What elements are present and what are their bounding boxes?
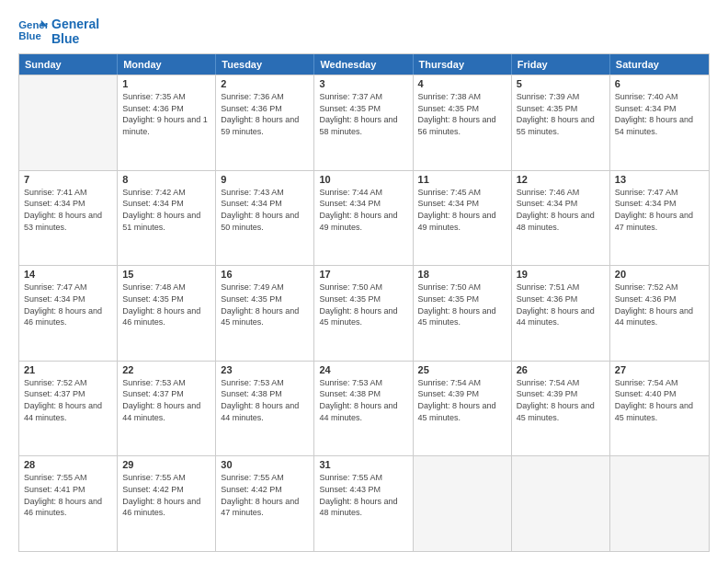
calendar-cell: 29Sunrise: 7:55 AMSunset: 4:42 PMDayligh… (118, 456, 216, 551)
calendar-header-cell: Tuesday (216, 54, 314, 75)
day-info: Sunrise: 7:47 AMSunset: 4:34 PMDaylight:… (615, 187, 704, 233)
calendar-row: 7Sunrise: 7:41 AMSunset: 4:34 PMDaylight… (19, 170, 709, 266)
day-info: Sunrise: 7:52 AMSunset: 4:37 PMDaylight:… (24, 377, 112, 423)
day-number: 11 (418, 174, 506, 185)
day-info: Sunrise: 7:53 AMSunset: 4:38 PMDaylight:… (319, 377, 407, 423)
day-info: Sunrise: 7:53 AMSunset: 4:38 PMDaylight:… (221, 377, 309, 423)
calendar: SundayMondayTuesdayWednesdayThursdayFrid… (18, 53, 710, 552)
calendar-header-cell: Thursday (414, 54, 512, 75)
day-info: Sunrise: 7:49 AMSunset: 4:35 PMDaylight:… (221, 282, 309, 327)
logo-text-general: General (51, 17, 99, 31)
day-number: 9 (221, 174, 309, 185)
day-info: Sunrise: 7:48 AMSunset: 4:35 PMDaylight:… (122, 282, 210, 327)
calendar-cell: 23Sunrise: 7:53 AMSunset: 4:38 PMDayligh… (216, 362, 314, 456)
calendar-cell: 10Sunrise: 7:44 AMSunset: 4:34 PMDayligh… (314, 171, 413, 266)
day-info: Sunrise: 7:55 AMSunset: 4:42 PMDaylight:… (221, 472, 309, 518)
day-number: 4 (418, 78, 506, 89)
day-number: 18 (418, 269, 506, 280)
day-number: 21 (24, 364, 112, 375)
day-number: 10 (319, 174, 407, 185)
calendar-cell: 21Sunrise: 7:52 AMSunset: 4:37 PMDayligh… (19, 362, 118, 456)
day-info: Sunrise: 7:54 AMSunset: 4:40 PMDaylight:… (615, 377, 704, 423)
day-number: 1 (122, 78, 210, 89)
calendar-header-cell: Saturday (610, 54, 709, 75)
logo-text-blue: Blue (51, 31, 99, 46)
calendar-cell: 7Sunrise: 7:41 AMSunset: 4:34 PMDaylight… (19, 171, 118, 266)
day-info: Sunrise: 7:55 AMSunset: 4:43 PMDaylight:… (319, 472, 407, 518)
day-info: Sunrise: 7:35 AMSunset: 4:36 PMDaylight:… (122, 91, 210, 137)
day-number: 26 (517, 364, 605, 375)
day-number: 6 (615, 78, 704, 89)
calendar-cell: 15Sunrise: 7:48 AMSunset: 4:35 PMDayligh… (118, 266, 216, 361)
day-number: 25 (418, 364, 506, 375)
logo: General Blue General Blue (18, 17, 99, 46)
day-info: Sunrise: 7:39 AMSunset: 4:35 PMDaylight:… (517, 91, 605, 137)
calendar-cell: 13Sunrise: 7:47 AMSunset: 4:34 PMDayligh… (610, 171, 709, 266)
calendar-cell: 25Sunrise: 7:54 AMSunset: 4:39 PMDayligh… (414, 362, 512, 456)
day-info: Sunrise: 7:54 AMSunset: 4:39 PMDaylight:… (517, 377, 605, 423)
calendar-header-cell: Monday (118, 54, 216, 75)
day-info: Sunrise: 7:50 AMSunset: 4:35 PMDaylight:… (418, 282, 506, 327)
header: General Blue General Blue (18, 17, 710, 46)
day-info: Sunrise: 7:52 AMSunset: 4:36 PMDaylight:… (615, 282, 704, 327)
day-info: Sunrise: 7:40 AMSunset: 4:34 PMDaylight:… (615, 91, 704, 137)
calendar-row: 28Sunrise: 7:55 AMSunset: 4:41 PMDayligh… (19, 455, 709, 551)
day-info: Sunrise: 7:42 AMSunset: 4:34 PMDaylight:… (122, 187, 210, 233)
day-number: 3 (319, 78, 407, 89)
calendar-cell: 18Sunrise: 7:50 AMSunset: 4:35 PMDayligh… (414, 266, 512, 361)
logo-icon: General Blue (18, 18, 48, 44)
calendar-cell: 2Sunrise: 7:36 AMSunset: 4:36 PMDaylight… (216, 75, 314, 170)
calendar-cell: 6Sunrise: 7:40 AMSunset: 4:34 PMDaylight… (610, 75, 709, 170)
calendar-cell: 14Sunrise: 7:47 AMSunset: 4:34 PMDayligh… (19, 266, 118, 361)
day-number: 24 (319, 364, 407, 375)
calendar-body: 1Sunrise: 7:35 AMSunset: 4:36 PMDaylight… (19, 75, 709, 551)
day-info: Sunrise: 7:41 AMSunset: 4:34 PMDaylight:… (24, 187, 112, 233)
day-info: Sunrise: 7:43 AMSunset: 4:34 PMDaylight:… (221, 187, 309, 233)
calendar-cell: 1Sunrise: 7:35 AMSunset: 4:36 PMDaylight… (118, 75, 216, 170)
day-number: 27 (615, 364, 704, 375)
day-number: 22 (122, 364, 210, 375)
calendar-cell: 9Sunrise: 7:43 AMSunset: 4:34 PMDaylight… (216, 171, 314, 266)
day-info: Sunrise: 7:54 AMSunset: 4:39 PMDaylight:… (418, 377, 506, 423)
calendar-cell: 4Sunrise: 7:38 AMSunset: 4:35 PMDaylight… (414, 75, 512, 170)
day-number: 28 (24, 459, 112, 470)
day-number: 16 (221, 269, 309, 280)
calendar-cell: 28Sunrise: 7:55 AMSunset: 4:41 PMDayligh… (19, 456, 118, 551)
calendar-cell: 5Sunrise: 7:39 AMSunset: 4:35 PMDaylight… (512, 75, 610, 170)
day-info: Sunrise: 7:50 AMSunset: 4:35 PMDaylight:… (319, 282, 407, 327)
day-info: Sunrise: 7:44 AMSunset: 4:34 PMDaylight:… (319, 187, 407, 233)
calendar-header: SundayMondayTuesdayWednesdayThursdayFrid… (19, 54, 709, 75)
calendar-cell (19, 75, 118, 170)
day-info: Sunrise: 7:36 AMSunset: 4:36 PMDaylight:… (221, 91, 309, 137)
day-info: Sunrise: 7:37 AMSunset: 4:35 PMDaylight:… (319, 91, 407, 137)
calendar-cell: 11Sunrise: 7:45 AMSunset: 4:34 PMDayligh… (414, 171, 512, 266)
calendar-cell: 30Sunrise: 7:55 AMSunset: 4:42 PMDayligh… (216, 456, 314, 551)
day-number: 5 (517, 78, 605, 89)
day-number: 30 (221, 459, 309, 470)
calendar-cell: 24Sunrise: 7:53 AMSunset: 4:38 PMDayligh… (314, 362, 413, 456)
day-number: 31 (319, 459, 407, 470)
calendar-row: 14Sunrise: 7:47 AMSunset: 4:34 PMDayligh… (19, 265, 709, 361)
day-info: Sunrise: 7:55 AMSunset: 4:41 PMDaylight:… (24, 472, 112, 518)
day-number: 7 (24, 174, 112, 185)
calendar-cell: 27Sunrise: 7:54 AMSunset: 4:40 PMDayligh… (610, 362, 709, 456)
day-number: 2 (221, 78, 309, 89)
calendar-header-cell: Wednesday (314, 54, 413, 75)
calendar-cell: 20Sunrise: 7:52 AMSunset: 4:36 PMDayligh… (610, 266, 709, 361)
day-number: 20 (615, 269, 704, 280)
day-info: Sunrise: 7:46 AMSunset: 4:34 PMDaylight:… (517, 187, 605, 233)
day-number: 23 (221, 364, 309, 375)
svg-text:Blue: Blue (18, 30, 41, 41)
calendar-row: 21Sunrise: 7:52 AMSunset: 4:37 PMDayligh… (19, 361, 709, 456)
day-info: Sunrise: 7:51 AMSunset: 4:36 PMDaylight:… (517, 282, 605, 327)
day-number: 19 (517, 269, 605, 280)
day-info: Sunrise: 7:55 AMSunset: 4:42 PMDaylight:… (122, 472, 210, 518)
day-number: 17 (319, 269, 407, 280)
day-info: Sunrise: 7:45 AMSunset: 4:34 PMDaylight:… (418, 187, 506, 233)
calendar-cell: 16Sunrise: 7:49 AMSunset: 4:35 PMDayligh… (216, 266, 314, 361)
day-number: 14 (24, 269, 112, 280)
calendar-header-cell: Sunday (19, 54, 118, 75)
calendar-cell: 31Sunrise: 7:55 AMSunset: 4:43 PMDayligh… (314, 456, 413, 551)
calendar-cell (610, 456, 709, 551)
calendar-cell: 3Sunrise: 7:37 AMSunset: 4:35 PMDaylight… (314, 75, 413, 170)
